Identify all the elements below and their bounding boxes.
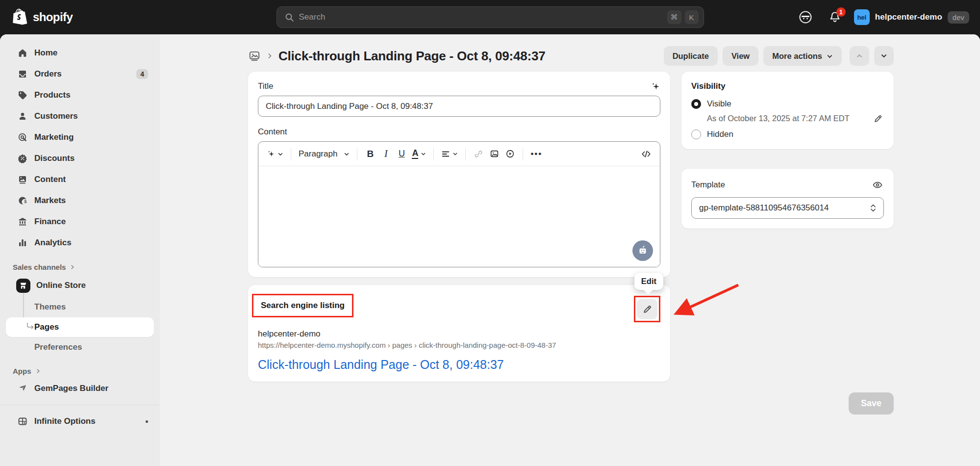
code-icon xyxy=(641,149,651,159)
bold-button[interactable]: B xyxy=(362,146,378,162)
sidebar-item-products[interactable]: Products xyxy=(6,85,154,105)
updown-chevron-icon xyxy=(870,204,877,212)
notifications[interactable]: 1 xyxy=(829,11,841,24)
seo-card-header: Search engine listing Edit xyxy=(258,295,660,322)
template-select[interactable]: gp-template-588110954676356014 xyxy=(691,197,884,219)
alignment-button[interactable] xyxy=(439,146,460,162)
annotation-box-edit-button xyxy=(634,296,660,322)
sidebar-item-label: Content xyxy=(34,175,66,184)
more-actions-button[interactable]: More actions xyxy=(763,46,842,66)
title-input[interactable] xyxy=(258,96,660,117)
play-circle-icon xyxy=(505,149,515,158)
shopify-logo[interactable]: shopify xyxy=(13,8,73,26)
ai-sparkle-icon[interactable] xyxy=(651,81,660,91)
view-button[interactable]: View xyxy=(723,46,758,66)
sidebar-item-discounts[interactable]: Discounts xyxy=(6,148,154,169)
insert-image-button[interactable] xyxy=(486,146,502,162)
sidebar-item-gempages[interactable]: GemPages Builder xyxy=(6,378,154,399)
text-color-button[interactable]: A xyxy=(409,146,428,162)
paragraph-style-dropdown[interactable]: Paragraph xyxy=(296,146,352,162)
sidebar-item-markets[interactable]: $ Markets xyxy=(6,190,154,211)
store-name: helpcenter-demo xyxy=(875,12,942,22)
underline-button[interactable]: U xyxy=(394,146,409,162)
edit-visibility-button[interactable] xyxy=(872,113,884,125)
radio-unselected[interactable] xyxy=(691,129,701,139)
edit-tooltip: Edit xyxy=(634,273,663,290)
sidebar-item-marketing[interactable]: Marketing xyxy=(6,127,154,148)
sidebar-item-label: GemPages Builder xyxy=(34,384,108,393)
prev-page-button[interactable] xyxy=(850,46,869,66)
sidebar-item-content[interactable]: Content xyxy=(6,169,154,190)
right-column: Visibility Visible As of October 13, 202… xyxy=(681,72,894,382)
bank-icon xyxy=(18,217,27,227)
save-button[interactable]: Save xyxy=(849,392,894,414)
template-card: Template gp-template-588110954676356014 xyxy=(681,169,894,229)
ai-assist-button[interactable] xyxy=(264,146,286,162)
title-label-row: Title xyxy=(258,81,660,91)
sidebar-item-home[interactable]: Home xyxy=(6,43,154,63)
italic-button[interactable]: I xyxy=(378,146,394,162)
sidebar-item-analytics[interactable]: Analytics xyxy=(6,233,154,253)
breadcrumb: Click-through Landing Page - Oct 8, 09:4… xyxy=(248,49,546,64)
more-formatting-button[interactable]: ••• xyxy=(528,146,545,162)
sidebar-item-online-store[interactable]: Online Store xyxy=(6,274,154,297)
radio-selected[interactable] xyxy=(691,99,701,109)
search-input[interactable] xyxy=(299,12,664,22)
visibility-option-hidden[interactable]: Hidden xyxy=(691,129,884,139)
sidebar-item-pages[interactable]: Pages xyxy=(6,317,154,337)
visibility-option-visible[interactable]: Visible xyxy=(691,99,884,109)
seo-heading: Search engine listing xyxy=(261,301,345,310)
sidebar-item-infinite-options[interactable]: Infinite Options xyxy=(6,411,154,432)
insert-link-button[interactable] xyxy=(471,146,486,162)
chevron-right-icon xyxy=(70,264,75,270)
cmd-keycap: ⌘ xyxy=(667,10,681,24)
chevron-down-icon xyxy=(277,151,283,157)
divider xyxy=(433,148,434,160)
template-heading: Template xyxy=(691,180,725,190)
paragraph-label: Paragraph xyxy=(299,149,337,159)
sidebar-item-orders[interactable]: Orders 4 xyxy=(6,64,154,84)
seo-edit-button[interactable] xyxy=(637,299,657,319)
sidebar-item-themes[interactable]: Themes xyxy=(6,297,154,317)
visibility-heading: Visibility xyxy=(691,81,884,91)
discount-icon xyxy=(18,154,27,163)
duplicate-button[interactable]: Duplicate xyxy=(664,46,718,66)
visibility-description: As of October 13, 2025 at 7:27 AM EDT xyxy=(707,113,850,124)
content-label: Content xyxy=(258,127,287,137)
svg-text:$: $ xyxy=(25,199,27,204)
bar-chart-icon xyxy=(18,238,27,248)
title-label: Title xyxy=(258,81,274,91)
insert-video-button[interactable] xyxy=(502,146,518,162)
visibility-description-row: As of October 13, 2025 at 7:27 AM EDT xyxy=(707,113,884,125)
editor-toolbar: Paragraph B I U A xyxy=(258,142,660,166)
globe-icon: $ xyxy=(18,196,27,206)
sidebar-item-label: Markets xyxy=(34,196,66,206)
sidebar-item-label: Products xyxy=(34,90,71,100)
global-search[interactable]: ⌘ K xyxy=(276,6,704,28)
notification-badge: 1 xyxy=(836,7,846,17)
seo-result-title-link[interactable]: Click-through Landing Page - Oct 8, 09:4… xyxy=(258,358,660,372)
content-label-row: Content xyxy=(258,127,660,137)
pages-breadcrumb-icon[interactable] xyxy=(248,50,261,62)
sidebar-item-finance[interactable]: Finance xyxy=(6,211,154,232)
shopify-wordmark: shopify xyxy=(33,10,73,24)
next-page-button[interactable] xyxy=(874,46,894,66)
divider xyxy=(291,148,291,160)
sidebar-item-label: Themes xyxy=(34,302,66,312)
ai-robot-button[interactable] xyxy=(632,240,653,261)
apps-header[interactable]: Apps xyxy=(13,367,147,375)
store-menu[interactable]: hel helpcenter-demo dev xyxy=(854,9,969,25)
preview-template-button[interactable] xyxy=(871,179,884,191)
main-content: Click-through Landing Page - Oct 8, 09:4… xyxy=(160,34,980,466)
editor-content-area[interactable] xyxy=(258,166,660,267)
chevron-down-icon xyxy=(827,53,833,59)
show-html-button[interactable] xyxy=(638,146,654,162)
ai-sparkle-icon xyxy=(267,150,275,158)
left-column: Title Content xyxy=(248,72,670,382)
shopify-bag-icon xyxy=(13,8,28,26)
sales-channels-header[interactable]: Sales channels xyxy=(13,263,147,271)
sidebar-item-customers[interactable]: Customers xyxy=(6,106,154,127)
online-store-icon xyxy=(16,279,30,293)
sidebar-item-preferences[interactable]: Preferences xyxy=(6,337,154,357)
sidekick-button[interactable] xyxy=(795,9,816,26)
